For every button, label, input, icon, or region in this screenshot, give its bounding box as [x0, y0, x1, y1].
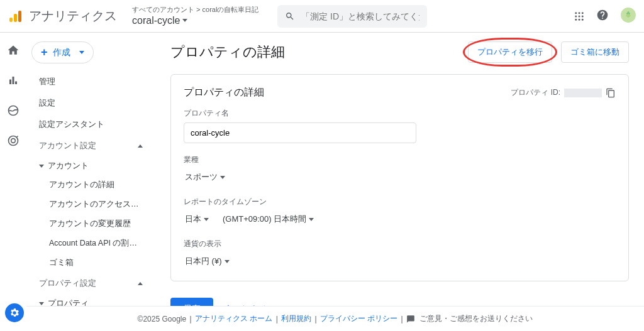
apps-icon[interactable]	[574, 11, 585, 22]
chevron-up-icon	[138, 282, 143, 285]
caret-down-icon	[39, 165, 44, 168]
caret-down-icon	[39, 302, 44, 305]
chevron-down-icon	[309, 218, 314, 221]
timezone-label: レポートのタイムゾーン	[184, 197, 616, 207]
plus-icon: +	[41, 46, 48, 59]
timezone-select[interactable]: (GMT+09:00) 日本時間	[221, 211, 315, 227]
left-rail	[0, 33, 26, 331]
svg-point-11	[582, 18, 584, 20]
rail-home-icon[interactable]	[6, 43, 21, 58]
breadcrumb: すべてのアカウント > coralの自転車日記	[132, 6, 258, 14]
footer-home-link[interactable]: アナリティクス ホーム	[195, 313, 272, 324]
selected-property-name: coral-cycle	[132, 14, 180, 26]
property-name-input[interactable]	[184, 122, 416, 143]
svg-rect-0	[9, 18, 13, 22]
property-name-label: プロパティ名	[184, 108, 616, 119]
sidebar-item-admin[interactable]: 管理	[30, 71, 152, 92]
property-id-label: プロパティ ID:	[511, 87, 560, 98]
sidebar-section-property[interactable]: プロパティ設定	[30, 273, 152, 294]
svg-rect-2	[18, 11, 21, 22]
industry-label: 業種	[184, 155, 616, 165]
footer-feedback[interactable]: ご意見・ご感想をお送りください	[419, 313, 533, 324]
app-title: アナリティクス	[29, 8, 117, 24]
svg-point-5	[582, 12, 584, 14]
industry-select[interactable]: スポーツ	[184, 169, 226, 185]
footer-terms-link[interactable]: 利用規約	[281, 313, 311, 324]
svg-point-7	[579, 15, 580, 17]
sidebar-item-account-trash[interactable]: ゴミ箱	[30, 253, 152, 273]
property-id-value	[564, 89, 602, 97]
card-title: プロパティの詳細	[184, 86, 264, 99]
sidebar-item-account-access[interactable]: アカウントのアクセス管理	[30, 195, 152, 214]
svg-point-6	[575, 15, 577, 17]
timezone-country-select[interactable]: 日本	[184, 211, 210, 227]
currency-select[interactable]: 日本円 (¥)	[184, 253, 231, 269]
admin-gear-fab[interactable]	[5, 303, 24, 322]
svg-point-9	[575, 18, 577, 20]
chevron-up-icon	[138, 144, 143, 148]
admin-sidebar: + 作成 管理 設定 設定アシスタント アカウント設定 アカウント アカウントの…	[26, 33, 155, 306]
sidebar-item-assistant[interactable]: 設定アシスタント	[30, 114, 152, 135]
feedback-icon	[406, 315, 415, 323]
page-title: プロパティの詳細	[170, 43, 285, 62]
sidebar-item-account[interactable]: アカウント	[30, 156, 152, 175]
chevron-down-icon	[182, 19, 187, 22]
sidebar-item-account-history[interactable]: アカウントの変更履歴	[30, 214, 152, 234]
sidebar-item-property-label: プロパティ	[48, 298, 89, 306]
create-label: 作成	[53, 47, 70, 58]
copy-icon[interactable]	[606, 88, 616, 98]
move-property-button[interactable]: プロパティを移行	[468, 41, 552, 63]
rail-ads-icon[interactable]	[6, 133, 21, 148]
svg-point-4	[579, 12, 580, 14]
search-icon	[285, 11, 295, 22]
search-input[interactable]	[301, 11, 419, 21]
save-button[interactable]: 保存	[170, 298, 213, 306]
svg-point-8	[582, 15, 584, 17]
search-box[interactable]	[277, 5, 426, 28]
footer: ©2025 Google | アナリティクス ホーム | 利用規約 | プライバ…	[26, 306, 644, 331]
currency-label: 通貨の表示	[184, 239, 616, 249]
svg-rect-1	[14, 14, 17, 22]
chevron-down-icon	[225, 260, 230, 263]
sidebar-item-settings[interactable]: 設定	[30, 92, 152, 114]
sidebar-section-property-label: プロパティ設定	[39, 278, 96, 289]
footer-copyright: ©2025 Google	[138, 315, 187, 323]
property-detail-card: プロパティの詳細 プロパティ ID: プロパティ名 業種 スポーツ レポートのタ…	[170, 74, 629, 281]
rail-explore-icon[interactable]	[6, 103, 21, 118]
trash-button[interactable]: ゴミ箱に移動	[561, 41, 629, 63]
main-content: プロパティの詳細 プロパティを移行 ゴミ箱に移動 プロパティの詳細 プロパティ …	[155, 33, 644, 306]
industry-value: スポーツ	[185, 171, 218, 183]
svg-rect-14	[13, 77, 14, 84]
svg-rect-15	[15, 82, 17, 85]
timezone-value: (GMT+09:00) 日本時間	[223, 214, 306, 225]
svg-point-3	[575, 12, 577, 14]
avatar-icon[interactable]	[620, 7, 636, 25]
chevron-down-icon	[220, 176, 225, 179]
sidebar-item-account-label: アカウント	[48, 160, 89, 171]
chevron-down-icon	[204, 218, 209, 221]
help-icon[interactable]	[596, 9, 609, 23]
create-button[interactable]: + 作成	[31, 41, 94, 63]
chevron-down-icon	[79, 51, 84, 54]
svg-rect-13	[9, 80, 11, 85]
sidebar-item-property[interactable]: プロパティ	[30, 294, 152, 306]
analytics-logo-icon	[8, 9, 23, 24]
app-header: アナリティクス すべてのアカウント > coralの自転車日記 coral-cy…	[0, 0, 644, 33]
property-id-row: プロパティ ID:	[511, 87, 616, 98]
property-selector[interactable]: すべてのアカウント > coralの自転車日記 coral-cycle	[132, 6, 258, 26]
footer-privacy-link[interactable]: プライバシー ポリシー	[320, 313, 397, 324]
sidebar-item-account-api[interactable]: Account Data API の割り当…	[30, 234, 152, 253]
timezone-country-value: 日本	[185, 214, 201, 225]
sidebar-section-account[interactable]: アカウント設定	[30, 135, 152, 156]
svg-point-10	[579, 18, 580, 20]
sidebar-section-account-label: アカウント設定	[39, 140, 96, 151]
currency-value: 日本円 (¥)	[185, 256, 222, 267]
header-actions	[574, 7, 636, 25]
svg-point-18	[11, 139, 16, 143]
rail-reports-icon[interactable]	[6, 73, 21, 88]
sidebar-item-account-detail[interactable]: アカウントの詳細	[30, 175, 152, 195]
